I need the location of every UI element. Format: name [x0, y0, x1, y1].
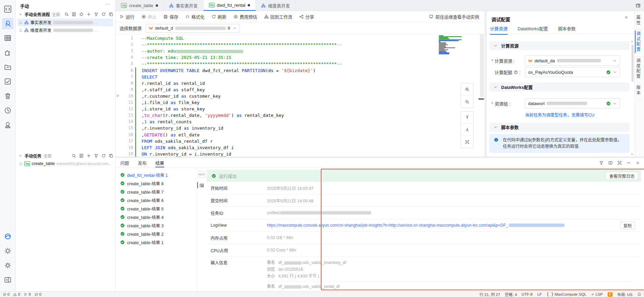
section-dataworks-config[interactable]: DataWorks配置 [489, 82, 630, 92]
tables-icon[interactable] [2, 32, 13, 44]
close-icon[interactable] [624, 15, 628, 20]
locate-icon[interactable] [79, 12, 84, 16]
result-item[interactable]: create_table-结果 4 [116, 213, 197, 221]
batch-icon[interactable] [79, 154, 84, 158]
sidebar-item-create-table[interactable]: Sq create_table edutest001@test.aliyunid… [18, 160, 113, 167]
settings-gear-icon[interactable] [2, 260, 13, 271]
status-play[interactable]: 9 [24, 292, 31, 296]
result-item[interactable]: dwd_fct_rental-结果 1 [116, 171, 197, 179]
result-item[interactable]: create_table-结果 5 [116, 204, 197, 213]
maximize-icon[interactable] [617, 161, 622, 165]
flow-section-header[interactable]: 手动业务流程 全部 [18, 10, 113, 18]
batch-icon[interactable] [72, 12, 76, 16]
filter-icon[interactable] [94, 12, 98, 16]
help-icon[interactable] [514, 70, 518, 74]
split-view-icon[interactable] [608, 161, 613, 165]
manual-mode-icon[interactable] [2, 18, 13, 29]
result-item[interactable]: create_table-结果 1 [116, 238, 197, 246]
task-section-header[interactable]: 手动任务 全部 [18, 152, 113, 160]
status-slash[interactable]: 0 [34, 292, 41, 296]
close-icon[interactable] [636, 161, 640, 165]
toolbar-format-button[interactable]: 格式化 [185, 13, 205, 20]
copy-button[interactable]: 复制 [620, 222, 635, 229]
tab-dwd_fct_rental[interactable]: Sqdwd_fct_rental [204, 0, 256, 11]
result-item[interactable]: create_table-结果 6 [116, 196, 197, 204]
result-item[interactable]: create_table-结果 2 [116, 230, 197, 238]
refresh-icon[interactable] [101, 12, 106, 16]
status-encoding[interactable]: UTF-8 [522, 292, 533, 296]
add-icon[interactable] [87, 12, 91, 16]
filter-icon[interactable] [599, 161, 604, 165]
collapse-sidebar-icon[interactable] [2, 274, 13, 286]
copy-icon[interactable] [109, 154, 113, 158]
result-item[interactable]: create_table-结果 7 [116, 188, 197, 196]
status-language[interactable]: { }MaxCompute SQL [547, 292, 586, 297]
sidebar-item-fact-flow[interactable]: 事实表开发 ... [18, 19, 113, 26]
add-icon[interactable] [87, 154, 91, 158]
toolbar-dag-button[interactable]: 回到工作流 [264, 13, 292, 20]
extensions-icon[interactable] [2, 47, 13, 58]
refresh-icon[interactable] [101, 154, 106, 158]
scroll-up-icon[interactable]: ▲ [631, 39, 634, 43]
status-notifications[interactable] [637, 292, 641, 296]
collapse-icon[interactable] [626, 161, 631, 165]
panel-scrollbar[interactable] [632, 45, 634, 82]
compute-resource-select[interactable]: default_da [525, 56, 620, 66]
results-tab-问题[interactable]: 问题 [120, 158, 129, 167]
detail-view-icon[interactable] [198, 182, 205, 189]
tab-create_table[interactable]: Sqcreate_table [116, 0, 164, 11]
debug-tab-脚本参数[interactable]: 脚本参数 [558, 25, 576, 35]
toolbar-play-button[interactable]: 运行 [120, 13, 134, 20]
approval-icon[interactable] [2, 119, 13, 131]
status-indent[interactable]: 空格: 4 [505, 292, 517, 297]
toolbar-save-button[interactable]: 保存 [163, 13, 178, 20]
tasks-icon[interactable] [2, 76, 13, 87]
quota-note-link[interactable]: 当前任务为调度型任务，无需填写CU [525, 111, 594, 118]
debug-tab-DataWorks配置[interactable]: DataWorks配置 [518, 25, 548, 35]
copy-icon[interactable] [109, 12, 113, 16]
rail-tab-调试配置[interactable]: 调试配置 [635, 31, 644, 53]
status-eol[interactable]: LF [537, 292, 542, 296]
status-keyboard-layout[interactable]: 布局: US [617, 292, 633, 297]
results-tab-结果[interactable]: 结果 [155, 158, 164, 167]
view-full-log-button[interactable]: 查看完整日志 [606, 172, 638, 180]
dataworks-logo-icon[interactable] [2, 231, 13, 242]
panel-toggle-icon[interactable] [636, 3, 641, 8]
rail-tab-版本[interactable]: 版本 [635, 85, 644, 96]
tab-事实表开发[interactable]: 事实表开发 [164, 0, 204, 11]
code-view-icon[interactable]: </> [198, 171, 205, 178]
toolbar-refresh-button[interactable]: 刷新 [212, 13, 226, 20]
status-circlex[interactable]: 0 [3, 292, 9, 296]
section-compute-resource[interactable]: 计算资源 [489, 41, 630, 50]
resources-icon[interactable] [2, 61, 13, 73]
result-item[interactable]: create_table-结果 8 [116, 179, 197, 188]
datasource-select[interactable]: default_d 9 [146, 24, 240, 33]
goto-ops-link[interactable]: 前往运维查看手动实例 [429, 13, 485, 20]
search-icon[interactable] [72, 154, 76, 158]
logview-link[interactable]: https://maxcompute.console.aliyun.com/cn… [267, 223, 508, 228]
status-lsp[interactable]: ✓LSP [591, 292, 603, 297]
tab-维度表开发[interactable]: 维度表开发 [256, 0, 296, 11]
recycle-bin-icon[interactable] [2, 90, 13, 102]
status-cursor-position[interactable]: 行 21, 列 27 [480, 292, 500, 297]
theme-icon[interactable] [2, 245, 13, 257]
toolbar-share-button[interactable]: 分享 [299, 13, 314, 20]
search-icon[interactable] [64, 12, 69, 16]
sidebar-item-dim-flow[interactable]: 维度表开发 ... [18, 26, 113, 34]
status-copilot[interactable]: C [608, 292, 613, 297]
rail-tab-属性[interactable]: 属性 [635, 14, 644, 26]
results-tab-发布[interactable]: 发布 [138, 158, 147, 167]
sidebar-more-button[interactable]: ··· [105, 1, 111, 6]
compute-quota-select[interactable]: os_PayAsYouGoQuota [525, 67, 620, 77]
code-editor-icon[interactable] [2, 3, 13, 15]
resource-group-select[interactable]: dataworl [525, 98, 620, 108]
sql-editor[interactable]: 1--MaxCompute SQL2--********************… [116, 34, 485, 157]
filter-icon[interactable] [94, 154, 98, 158]
result-item[interactable]: create_table-结果 3 [116, 221, 197, 230]
debug-tab-计算资源[interactable]: 计算资源 [490, 25, 508, 35]
toolbar-coin-button[interactable]: 费用预估 [234, 13, 257, 20]
status-triangle[interactable]: 0 [13, 292, 20, 296]
section-script-params[interactable]: 脚本参数 [489, 123, 630, 132]
rail-tab-调度配置[interactable]: 调度配置 [635, 58, 644, 80]
scroll-down-icon[interactable]: ▼ [631, 153, 634, 156]
